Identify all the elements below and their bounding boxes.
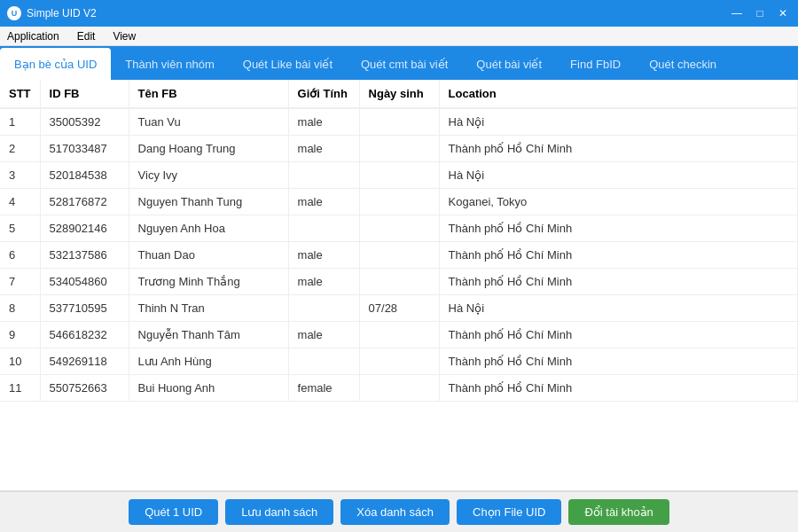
- luu-danh-sach-button[interactable]: Lưu danh sách: [225, 499, 333, 525]
- table-row: 11 550752663 Bui Huong Anh female Thành …: [0, 375, 798, 402]
- cell-loc: Thành phố Hồ Chí Minh: [439, 375, 797, 402]
- data-table: STT ID FB Tên FB Giới Tính Ngày sinh Loc…: [0, 80, 798, 402]
- cell-ns: 07/28: [359, 295, 439, 322]
- table-container[interactable]: STT ID FB Tên FB Giới Tính Ngày sinh Loc…: [0, 80, 798, 491]
- cell-ns: [359, 162, 439, 189]
- cell-gt: male: [288, 242, 359, 269]
- menu-edit[interactable]: Edit: [74, 27, 99, 45]
- cell-gt: [288, 215, 359, 242]
- tab-quet-cmt[interactable]: Quét cmt bài viết: [347, 48, 462, 80]
- cell-ns: [359, 322, 439, 348]
- cell-stt: 1: [0, 108, 40, 136]
- quet-1-uid-button[interactable]: Quét 1 UID: [129, 499, 218, 525]
- table-row: 7 534054860 Trương Minh Thắng male Thành…: [0, 269, 798, 295]
- window-controls: — □ ✕: [729, 5, 791, 21]
- table-row: 2 517033487 Dang Hoang Trung male Thành …: [0, 136, 798, 162]
- tab-quet-like[interactable]: Quét Like bài viết: [229, 48, 347, 80]
- cell-id: 550752663: [40, 375, 129, 402]
- cell-loc: Koganei, Tokyo: [439, 189, 797, 215]
- close-button[interactable]: ✕: [775, 5, 791, 21]
- table-row: 3 520184538 Vicy Ivy Hà Nội: [0, 162, 798, 189]
- cell-gt: [288, 348, 359, 375]
- cell-ten: Nguyen Thanh Tung: [129, 189, 288, 215]
- cell-ten: Nguyen Anh Hoa: [129, 215, 288, 242]
- cell-ten: Thinh N Tran: [129, 295, 288, 322]
- bottom-toolbar: Quét 1 UID Lưu danh sách Xóa danh sách C…: [0, 491, 798, 532]
- table-row: 6 532137586 Thuan Dao male Thành phố Hồ …: [0, 242, 798, 269]
- cell-loc: Thành phố Hồ Chí Minh: [439, 269, 797, 295]
- cell-stt: 10: [0, 348, 40, 375]
- cell-id: 534054860: [40, 269, 129, 295]
- tab-ban-be[interactable]: Bạn bè của UID: [0, 48, 111, 80]
- cell-id: 549269118: [40, 348, 129, 375]
- cell-stt: 6: [0, 242, 40, 269]
- table-row: 1 35005392 Tuan Vu male Hà Nội: [0, 108, 798, 136]
- cell-id: 35005392: [40, 108, 129, 136]
- app-title: Simple UID V2: [27, 7, 97, 20]
- menu-application[interactable]: Application: [4, 27, 63, 45]
- table-row: 4 528176872 Nguyen Thanh Tung male Kogan…: [0, 189, 798, 215]
- cell-ten: Dang Hoang Trung: [129, 136, 288, 162]
- tab-find-fbid[interactable]: Find FbID: [556, 48, 635, 80]
- table-row: 10 549269118 Lưu Anh Hùng Thành phố Hồ C…: [0, 348, 798, 375]
- tab-thanh-vien[interactable]: Thành viên nhóm: [111, 48, 228, 80]
- table-row: 5 528902146 Nguyen Anh Hoa Thành phố Hồ …: [0, 215, 798, 242]
- cell-loc: Thành phố Hồ Chí Minh: [439, 242, 797, 269]
- col-header-stt: STT: [0, 80, 40, 108]
- cell-gt: male: [288, 136, 359, 162]
- cell-ten: Vicy Ivy: [129, 162, 288, 189]
- col-header-ten: Tên FB: [129, 80, 288, 108]
- doi-tai-khoan-button[interactable]: Đổi tài khoản: [568, 499, 669, 525]
- xoa-danh-sach-button[interactable]: Xóa danh sách: [340, 499, 450, 525]
- cell-id: 532137586: [40, 242, 129, 269]
- cell-gt: [288, 295, 359, 322]
- cell-id: 528902146: [40, 215, 129, 242]
- cell-gt: male: [288, 322, 359, 348]
- cell-stt: 11: [0, 375, 40, 402]
- cell-stt: 7: [0, 269, 40, 295]
- cell-ns: [359, 242, 439, 269]
- cell-ns: [359, 269, 439, 295]
- cell-ten: Tuan Vu: [129, 108, 288, 136]
- tab-bar: Bạn bè của UID Thành viên nhóm Quét Like…: [0, 46, 798, 80]
- cell-loc: Hà Nội: [439, 162, 797, 189]
- cell-stt: 5: [0, 215, 40, 242]
- title-bar: U Simple UID V2 — □ ✕: [0, 0, 798, 27]
- cell-stt: 2: [0, 136, 40, 162]
- cell-gt: male: [288, 269, 359, 295]
- menu-bar: Application Edit View: [0, 27, 798, 46]
- cell-stt: 9: [0, 322, 40, 348]
- table-row: 8 537710595 Thinh N Tran 07/28 Hà Nội: [0, 295, 798, 322]
- maximize-button[interactable]: □: [752, 5, 768, 21]
- app-icon: U: [7, 6, 21, 20]
- cell-ten: Thuan Dao: [129, 242, 288, 269]
- cell-ns: [359, 348, 439, 375]
- minimize-button[interactable]: —: [729, 5, 745, 21]
- cell-id: 528176872: [40, 189, 129, 215]
- cell-id: 520184538: [40, 162, 129, 189]
- tab-quet-checkin[interactable]: Quét checkin: [635, 48, 731, 80]
- cell-ns: [359, 108, 439, 136]
- tab-quet-bai[interactable]: Quét bài viết: [462, 48, 556, 80]
- cell-loc: Hà Nội: [439, 108, 797, 136]
- cell-ns: [359, 136, 439, 162]
- col-header-ns: Ngày sinh: [359, 80, 439, 108]
- cell-loc: Hà Nội: [439, 295, 797, 322]
- cell-id: 517033487: [40, 136, 129, 162]
- cell-stt: 8: [0, 295, 40, 322]
- col-header-gt: Giới Tính: [288, 80, 359, 108]
- cell-loc: Thành phố Hồ Chí Minh: [439, 348, 797, 375]
- cell-ten: Trương Minh Thắng: [129, 269, 288, 295]
- menu-view[interactable]: View: [109, 27, 139, 45]
- cell-ns: [359, 215, 439, 242]
- cell-loc: Thành phố Hồ Chí Minh: [439, 136, 797, 162]
- cell-loc: Thành phố Hồ Chí Minh: [439, 322, 797, 348]
- cell-ten: Bui Huong Anh: [129, 375, 288, 402]
- chon-file-uid-button[interactable]: Chọn File UID: [457, 499, 561, 525]
- cell-stt: 3: [0, 162, 40, 189]
- cell-gt: female: [288, 375, 359, 402]
- col-header-id: ID FB: [40, 80, 129, 108]
- col-header-loc: Location: [439, 80, 797, 108]
- cell-id: 537710595: [40, 295, 129, 322]
- cell-ten: Lưu Anh Hùng: [129, 348, 288, 375]
